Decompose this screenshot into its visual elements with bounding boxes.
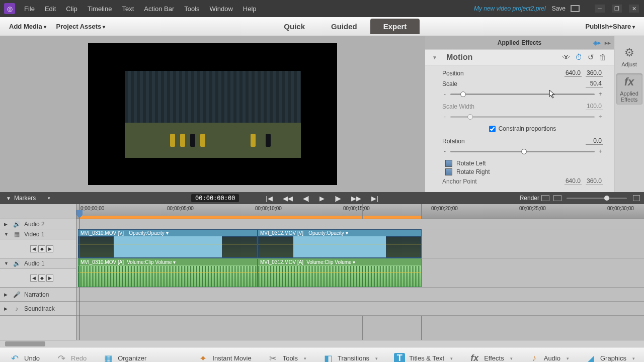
graphics-icon: ◢ bbox=[585, 353, 596, 363]
menu-actionbar[interactable]: Action Bar bbox=[139, 2, 179, 16]
rotate-right-button[interactable]: Rotate Right bbox=[442, 168, 603, 175]
menu-window[interactable]: Window bbox=[205, 2, 238, 16]
eye-icon[interactable]: 👁 bbox=[562, 53, 570, 62]
step-back-button[interactable]: ◀| bbox=[303, 195, 309, 202]
music-icon[interactable]: ♪ bbox=[13, 305, 20, 312]
project-assets-dropdown[interactable]: Project Assets bbox=[51, 20, 111, 33]
anchor-x-value[interactable]: 640.0 bbox=[565, 177, 582, 185]
save-button[interactable]: Save bbox=[552, 5, 566, 12]
prev-button[interactable]: ◀◀ bbox=[283, 195, 293, 202]
stopwatch-icon[interactable]: ⏱ bbox=[575, 53, 583, 62]
constrain-proportions-checkbox[interactable] bbox=[489, 126, 496, 132]
clip-v2[interactable]: MVI_0312.MOV [V]Opacity:Opacity ▾ bbox=[258, 229, 422, 258]
minimize-button[interactable]: ─ bbox=[595, 5, 605, 13]
graphics-dropdown[interactable]: ◢Graphics bbox=[582, 351, 638, 363]
time-ruler[interactable]: 0;00;00;00 00;00;05;00 00;00;10;00 00;00… bbox=[76, 204, 644, 219]
render-button[interactable]: Render bbox=[520, 195, 539, 202]
titles-dropdown[interactable]: TTitles & Text bbox=[391, 351, 456, 363]
instant-movie-button[interactable]: ✦Instant Movie bbox=[194, 351, 254, 363]
clip-a2[interactable]: MVI_0312.MOV [A]Volume:Clip Volume ▾ bbox=[258, 258, 422, 287]
add-media-dropdown[interactable]: Add Media bbox=[4, 20, 51, 33]
collapse-audio1-icon[interactable]: ▼ bbox=[4, 261, 9, 266]
zoom-out-icon[interactable] bbox=[541, 195, 549, 201]
tab-guided[interactable]: Guided bbox=[318, 19, 370, 34]
trash-icon[interactable]: 🗑 bbox=[599, 53, 607, 62]
video-preview[interactable] bbox=[125, 71, 301, 158]
close-button[interactable]: ✕ bbox=[629, 5, 639, 13]
menu-help[interactable]: Help bbox=[238, 2, 262, 16]
scale-label: Scale bbox=[442, 80, 582, 87]
scale-decrease-button[interactable]: - bbox=[442, 90, 447, 98]
goto-end-button[interactable]: ▶| bbox=[371, 195, 378, 202]
kf-add-button[interactable]: ◆ bbox=[38, 275, 45, 282]
zoom-slider[interactable] bbox=[567, 198, 627, 199]
menu-tools[interactable]: Tools bbox=[179, 2, 204, 16]
reset-icon[interactable]: ↺ bbox=[588, 53, 594, 62]
kf-next-button[interactable]: ▶ bbox=[46, 245, 53, 252]
audio1-row[interactable]: MVI_0310.MOV [A]Volume:Clip Volume ▾ MVI… bbox=[76, 258, 644, 288]
safezone-icon[interactable] bbox=[571, 5, 580, 12]
maximize-button[interactable]: ❐ bbox=[612, 5, 622, 13]
markers-dropdown[interactable]: Markers bbox=[14, 195, 36, 202]
kf-add-button[interactable]: ◆ bbox=[38, 245, 45, 252]
expand-audio2-icon[interactable]: ▶ bbox=[4, 222, 9, 227]
goto-start-button[interactable]: |◀ bbox=[266, 195, 272, 202]
menu-text[interactable]: Text bbox=[117, 2, 139, 16]
organizer-button[interactable]: ▦Organizer bbox=[100, 351, 149, 363]
menu-file[interactable]: File bbox=[19, 2, 40, 16]
narration-row[interactable] bbox=[76, 288, 644, 302]
rotation-slider[interactable] bbox=[450, 151, 595, 152]
zoom-in-icon[interactable] bbox=[553, 195, 561, 201]
kf-prev-button[interactable]: ◀ bbox=[30, 245, 37, 252]
collapse-video1-icon[interactable]: ▼ bbox=[4, 232, 9, 237]
menu-edit[interactable]: Edit bbox=[40, 2, 61, 16]
position-x-value[interactable]: 640.0 bbox=[565, 69, 582, 77]
kf-next-button[interactable]: ▶ bbox=[46, 275, 53, 282]
adjust-tab[interactable]: ⚙Adjust bbox=[616, 41, 642, 72]
tab-expert[interactable]: Expert bbox=[370, 19, 420, 34]
tools-dropdown[interactable]: ✂Tools bbox=[265, 351, 309, 363]
redo-button[interactable]: ↷Redo bbox=[53, 351, 90, 363]
clip-a1[interactable]: MVI_0310.MOV [A]Volume:Clip Volume ▾ bbox=[78, 258, 258, 287]
menu-clip[interactable]: Clip bbox=[61, 2, 82, 16]
fit-zoom-button[interactable] bbox=[633, 195, 640, 201]
horizontal-scrollbar[interactable] bbox=[0, 340, 644, 347]
rotation-decrease-button[interactable]: - bbox=[442, 148, 447, 155]
menu-timeline[interactable]: Timeline bbox=[83, 2, 117, 16]
rotation-value[interactable]: 0.0 bbox=[586, 137, 603, 145]
position-y-value[interactable]: 360.0 bbox=[586, 69, 603, 77]
audio-dropdown[interactable]: ♪Audio bbox=[526, 351, 572, 363]
expand-icon[interactable]: ▸▸ bbox=[605, 40, 611, 46]
transitions-dropdown[interactable]: ◧Transitions bbox=[319, 351, 381, 363]
play-button[interactable]: ▶ bbox=[319, 195, 325, 202]
step-forward-button[interactable]: |▶ bbox=[335, 195, 341, 202]
soundtrack-row[interactable] bbox=[76, 302, 644, 316]
keyframe-icon[interactable]: ◈▸ bbox=[593, 39, 601, 46]
film-icon[interactable]: ▦ bbox=[13, 231, 20, 238]
audio2-row[interactable] bbox=[76, 219, 644, 229]
expand-soundtrack-icon[interactable]: ▶ bbox=[4, 306, 9, 311]
kf-prev-button[interactable]: ◀ bbox=[30, 275, 37, 282]
undo-button[interactable]: ↶Undo bbox=[6, 351, 43, 363]
applied-effects-tab[interactable]: fxApplied Effects bbox=[616, 73, 642, 105]
tab-quick[interactable]: Quick bbox=[271, 19, 318, 34]
scale-width-slider bbox=[450, 116, 595, 118]
tracks-area[interactable]: 0;00;00;00 00;00;05;00 00;00;10;00 00;00… bbox=[76, 204, 644, 340]
next-button[interactable]: ▶▶ bbox=[351, 195, 361, 202]
anchor-y-value[interactable]: 360.0 bbox=[586, 177, 603, 185]
scale-value[interactable]: 50.4 bbox=[586, 80, 603, 87]
collapse-icon[interactable]: ▼ bbox=[432, 55, 437, 60]
video1-row[interactable]: MVI_0310.MOV [V]Opacity:Opacity ▾ MVI_03… bbox=[76, 229, 644, 258]
rotate-left-button[interactable]: Rotate Left bbox=[442, 160, 603, 167]
scale-increase-button[interactable]: + bbox=[598, 90, 603, 98]
clip-v1[interactable]: MVI_0310.MOV [V]Opacity:Opacity ▾ bbox=[78, 229, 258, 258]
effects-dropdown[interactable]: fxEffects bbox=[466, 351, 516, 363]
mic-icon[interactable]: 🎤 bbox=[13, 291, 20, 298]
publish-share-dropdown[interactable]: Publish+Share bbox=[581, 20, 640, 33]
scale-slider[interactable] bbox=[450, 94, 595, 95]
rotation-increase-button[interactable]: + bbox=[598, 148, 603, 155]
expand-narration-icon[interactable]: ▶ bbox=[4, 292, 9, 297]
timecode-display[interactable]: 00:00:00:00 bbox=[191, 194, 239, 202]
speaker-icon[interactable]: 🔊 bbox=[13, 221, 20, 228]
speaker-icon[interactable]: 🔊 bbox=[13, 260, 20, 267]
